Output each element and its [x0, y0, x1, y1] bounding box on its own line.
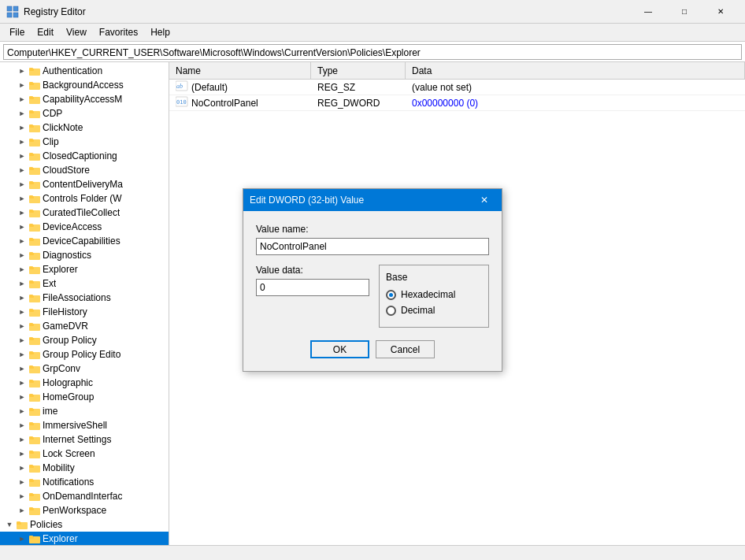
value-name-label: Value name: [256, 224, 489, 235]
decimal-option[interactable]: Decimal [386, 305, 482, 316]
decimal-radio[interactable] [386, 306, 396, 316]
value-data-label: Value data: [256, 265, 369, 276]
edit-dword-dialog: Edit DWORD (32-bit) Value ✕ Value name: … [243, 188, 502, 372]
dialog-buttons: OK Cancel [256, 337, 489, 358]
cancel-button[interactable]: Cancel [376, 340, 435, 358]
modal-overlay: Edit DWORD (32-bit) Value ✕ Value name: … [0, 0, 745, 559]
decimal-label: Decimal [401, 305, 435, 316]
hexadecimal-option[interactable]: Hexadecimal [386, 289, 482, 300]
value-data-input[interactable] [256, 279, 369, 296]
value-name-input[interactable] [256, 238, 489, 255]
value-data-section: Value data: [256, 265, 369, 328]
hexadecimal-radio[interactable] [386, 290, 396, 300]
dialog-data-row: Value data: Base Hexadecimal Decimal [256, 265, 489, 328]
dialog-close-button[interactable]: ✕ [473, 189, 495, 211]
dialog-title: Edit DWORD (32-bit) Value [250, 195, 473, 206]
hexadecimal-label: Hexadecimal [401, 289, 455, 300]
dialog-title-bar: Edit DWORD (32-bit) Value ✕ [243, 189, 502, 211]
dialog-body: Value name: Value data: Base Hexadecimal… [243, 211, 502, 371]
base-section: Base Hexadecimal Decimal [379, 265, 489, 328]
base-label: Base [386, 272, 482, 283]
ok-button[interactable]: OK [310, 340, 369, 358]
